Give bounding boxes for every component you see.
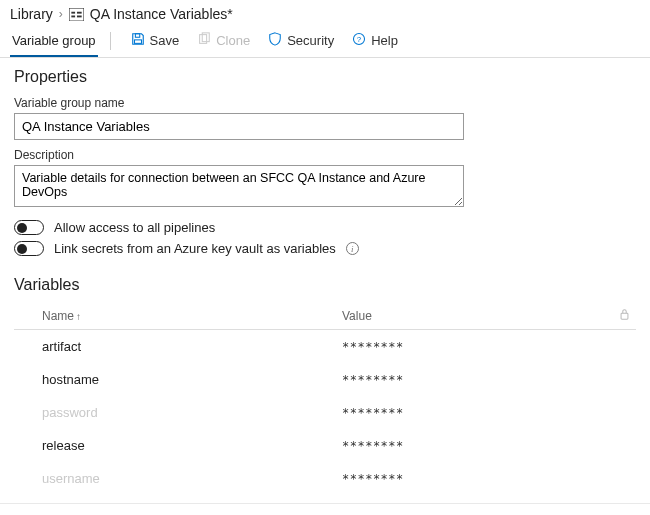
column-header-lock: [616, 308, 636, 323]
info-icon[interactable]: i: [346, 242, 359, 255]
table-row[interactable]: release********: [14, 429, 636, 462]
save-label: Save: [150, 33, 180, 48]
variable-value: ********: [342, 439, 636, 453]
breadcrumb-root[interactable]: Library: [10, 6, 53, 22]
toggle-allow-access-label: Allow access to all pipelines: [54, 220, 215, 235]
help-label: Help: [371, 33, 398, 48]
column-header-value[interactable]: Value: [342, 309, 616, 323]
table-row[interactable]: hostname********: [14, 363, 636, 396]
svg-rect-6: [134, 40, 141, 44]
toggle-link-secrets-label: Link secrets from an Azure key vault as …: [54, 241, 336, 256]
tabs-toolbar: Variable group Save Clone Security ? Hel…: [0, 24, 650, 58]
image-caption: Image 1: Configuration for Pipeline Vari…: [0, 503, 650, 515]
name-label: Variable group name: [14, 96, 636, 110]
svg-rect-4: [77, 15, 82, 17]
shield-icon: [268, 32, 282, 49]
tab-variable-group[interactable]: Variable group: [10, 25, 98, 57]
table-row[interactable]: password********: [14, 396, 636, 429]
chevron-right-icon: ›: [59, 7, 63, 21]
page-title: QA Instance Variables*: [90, 6, 233, 22]
help-button[interactable]: ? Help: [344, 28, 406, 53]
variable-name: password: [42, 405, 342, 420]
help-icon: ?: [352, 32, 366, 49]
variables-section: Variables Name↑ Value artifact********ho…: [0, 266, 650, 499]
svg-rect-0: [69, 8, 84, 21]
svg-text:?: ?: [357, 35, 362, 44]
variable-value: ********: [342, 472, 636, 486]
svg-rect-3: [77, 11, 82, 13]
variables-table-header: Name↑ Value: [14, 304, 636, 330]
variables-table-body: artifact********hostname********password…: [14, 330, 636, 495]
breadcrumb: Library › QA Instance Variables*: [0, 0, 650, 24]
save-icon: [131, 32, 145, 49]
variable-group-name-input[interactable]: [14, 113, 464, 140]
variable-name: release: [42, 438, 342, 453]
properties-heading: Properties: [14, 68, 636, 86]
variables-heading: Variables: [14, 276, 636, 294]
clone-button: Clone: [189, 28, 258, 53]
variable-value: ********: [342, 340, 636, 354]
variable-value: ********: [342, 406, 636, 420]
clone-icon: [197, 32, 211, 49]
toggle-link-secrets[interactable]: [14, 241, 44, 256]
toggle-allow-access[interactable]: [14, 220, 44, 235]
sort-asc-icon: ↑: [76, 311, 81, 322]
security-button[interactable]: Security: [260, 28, 342, 53]
variable-name: username: [42, 471, 342, 486]
properties-section: Properties Variable group name Descripti…: [0, 58, 650, 266]
variable-group-icon: [69, 8, 84, 21]
variable-value: ********: [342, 373, 636, 387]
column-header-name[interactable]: Name↑: [42, 309, 342, 323]
svg-rect-2: [71, 15, 75, 17]
clone-label: Clone: [216, 33, 250, 48]
svg-rect-1: [71, 11, 75, 13]
table-row[interactable]: username********: [14, 462, 636, 495]
variable-name: artifact: [42, 339, 342, 354]
svg-rect-11: [621, 313, 628, 319]
security-label: Security: [287, 33, 334, 48]
description-label: Description: [14, 148, 636, 162]
save-button[interactable]: Save: [123, 28, 188, 53]
separator: [110, 32, 111, 50]
description-textarea[interactable]: [14, 165, 464, 207]
table-row[interactable]: artifact********: [14, 330, 636, 363]
variable-name: hostname: [42, 372, 342, 387]
